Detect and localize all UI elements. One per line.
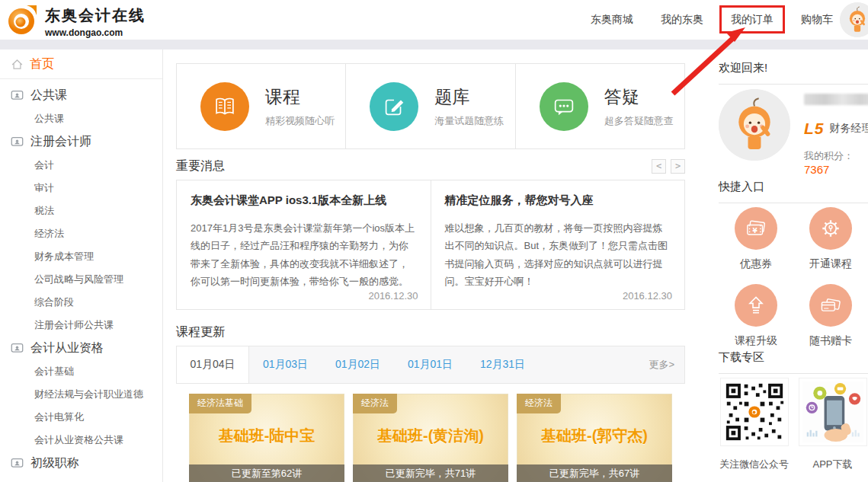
course-category-icon [11,342,24,355]
course-category-icon [11,89,24,102]
sidebar-item-accounting[interactable]: 会计 [0,154,162,177]
news-title[interactable]: 精准定位服务，帮您对号入座 [445,193,671,208]
course-card[interactable]: 经济法 基础班-(黄洁洵) 已更新完毕，共71讲 [353,394,508,482]
quick-item-activate-course[interactable]: 开通课程 [793,207,868,271]
subnav-band [0,40,868,49]
points-label: 我的积分： [804,150,854,161]
profile-panel: L5 财务经理 我的积分：7367 [719,89,868,176]
feature-qa[interactable]: 答疑 超多答疑随意查 [515,64,684,148]
sidebar-item-financial-cost-mgmt[interactable]: 财务成本管理 [0,245,162,268]
nav-mall[interactable]: 东奥商城 [591,13,633,27]
course-status: 已更新完毕，共71讲 [353,464,508,482]
username-redacted [804,94,868,105]
nav-cart[interactable]: 购物车 [801,13,833,27]
quick-entry-grid: ¥ 优惠券 开通课程 [719,207,868,348]
course-category-icon [11,136,24,148]
home-icon [11,58,24,71]
quick-item-course-upgrade[interactable]: 课程升级 [719,284,793,348]
news-item: 精准定位服务，帮您对号入座 难以想象，几百页的教材，将每一页按照内容提炼出不同的… [431,180,685,309]
sidebar-item-qualification-public[interactable]: 会计从业资格公共课 [0,429,162,452]
cards-icon [809,284,852,327]
feature-subtitle: 超多答疑随意查 [604,114,674,128]
sidebar-item-comprehensive[interactable]: 综合阶段 [0,291,162,314]
news-next-button[interactable]: > [671,159,685,174]
feature-subtitle: 精彩视频随心听 [265,114,335,128]
course-category-icon [11,457,24,470]
wechat-qr-label: 关注微信公众号 [719,458,789,471]
sidebar-item-economic-law[interactable]: 经济法 [0,222,162,245]
course-updates-heading: 课程更新 [176,325,225,338]
chat-icon [540,82,588,131]
feature-courses[interactable]: 课程 精彩视频随心听 [177,64,345,148]
quick-item-coupons[interactable]: ¥ 优惠券 [719,207,793,271]
news-item: 东奥会计课堂APP ios3.1版本全新上线 2017年1月3号是东奥会计课堂新… [177,180,431,309]
date-tabs: 01月04日 01月03日 01月02日 01月01日 12月31日 更多> [176,346,685,384]
tab-jan-04[interactable]: 01月04日 [177,346,249,383]
news-date: 2016.12.30 [368,290,418,302]
course-tag: 经济法基础 [189,394,251,413]
course-tag: 经济法 [517,394,561,413]
sidebar-item-public-course[interactable]: 公共课 [0,107,162,130]
course-tag: 经济法 [353,394,397,413]
logo-url: www.dongao.com [45,27,146,38]
sidebar-section-junior-title[interactable]: 初级职称 [0,452,162,475]
feature-cards: 课程 精彩视频随心听 题库 海量试题随意练 [176,63,685,149]
sidebar-item-computerized-accounting[interactable]: 会计电算化 [0,406,162,429]
sidebar-item-cpa-public[interactable]: 注册会计师公共课 [0,314,162,337]
tab-jan-02[interactable]: 01月02日 [322,346,394,383]
mascot-avatar-icon [840,2,868,37]
more-link[interactable]: 更多> [649,346,684,383]
sidebar-item-auditing[interactable]: 审计 [0,177,162,200]
course-status: 已更新完毕，共67讲 [517,464,672,482]
tab-jan-03[interactable]: 01月03日 [249,346,322,383]
course-title: 基础班-(郭守杰) [517,426,672,446]
sidebar-section-cpa[interactable]: 注册会计师 [0,130,162,154]
sidebar-item-strategy-risk[interactable]: 公司战略与风险管理 [0,268,162,291]
site-logo[interactable]: 东奥会计在线 www.dongao.com [6,4,146,39]
gear-icon [809,207,852,250]
downloads-grid: 关注微信公众号 APP下载 [719,378,868,471]
top-nav: 东奥商城 我的东奥 我的订单 购物车 [591,0,833,40]
page: 东奥会计在线 www.dongao.com 东奥商城 我的东奥 我的订单 购物车 [0,0,868,482]
quick-item-book-card[interactable]: 随书赠卡 [793,284,868,348]
quick-entry-heading: 快捷入口 [719,180,868,203]
app-download-item[interactable]: APP下载 [797,378,868,471]
sidebar-section-qualification[interactable]: 会计从业资格 [0,337,162,360]
news-box: 东奥会计课堂APP ios3.1版本全新上线 2017年1月3号是东奥会计课堂新… [176,180,685,310]
tab-jan-01[interactable]: 01月01日 [394,346,466,383]
news-title[interactable]: 东奥会计课堂APP ios3.1版本全新上线 [191,193,417,208]
feature-question-bank[interactable]: 题库 海量试题随意练 [345,64,514,148]
wechat-qr-item[interactable]: 关注微信公众号 [719,378,790,471]
sidebar-section-public-courses[interactable]: 公共课 [0,84,162,107]
feature-title: 题库 [434,85,504,109]
downloads-heading: 下载专区 [719,350,868,374]
sidebar-item-tax-law[interactable]: 税法 [0,200,162,222]
tab-dec-31[interactable]: 12月31日 [466,346,539,383]
news-body: 2017年1月3号是东奥会计课堂新年第一个ios版本上线的日子，经过产品汪和程序… [191,219,417,291]
news-heading: 重要消息 [176,158,225,174]
course-title: 基础班-陆中宝 [189,426,344,446]
news-date: 2016.12.30 [623,290,672,302]
upgrade-arrow-icon [735,284,777,327]
qrcode-image [720,378,789,446]
course-card[interactable]: 经济法基础 基础班-陆中宝 已更新至第62讲 [189,394,344,482]
course-card[interactable]: 经济法 基础班-(郭守杰) 已更新完毕，共67讲 [517,394,672,482]
svg-text:¥: ¥ [753,227,758,235]
app-download-label: APP下载 [812,458,852,471]
nav-my-orders[interactable]: 我的订单 [731,13,774,27]
profile-avatar [719,89,790,161]
coupon-icon: ¥ [735,207,777,250]
user-level-title: 财务经理 [830,122,868,136]
nav-my-dongao[interactable]: 我的东奥 [661,13,703,27]
feature-title: 课程 [265,85,335,109]
sidebar-item-regulations-ethics[interactable]: 财经法规与会计职业道德 [0,383,162,406]
sidebar-item-home[interactable]: 首页 [0,49,162,79]
sidebar-item-accounting-basics[interactable]: 会计基础 [0,360,162,383]
user-avatar[interactable] [840,2,868,37]
category-sidebar: 首页 公共课 公共课 注册会计师 会计 审计 税法 经济法 财务成本管理 公司战… [0,49,163,482]
course-status: 已更新至第62讲 [189,464,344,482]
pencil-icon [370,82,418,131]
course-title: 基础班-(黄洁洵) [353,426,508,446]
news-prev-button[interactable]: < [652,159,666,174]
mascot-avatar-icon [719,89,790,161]
